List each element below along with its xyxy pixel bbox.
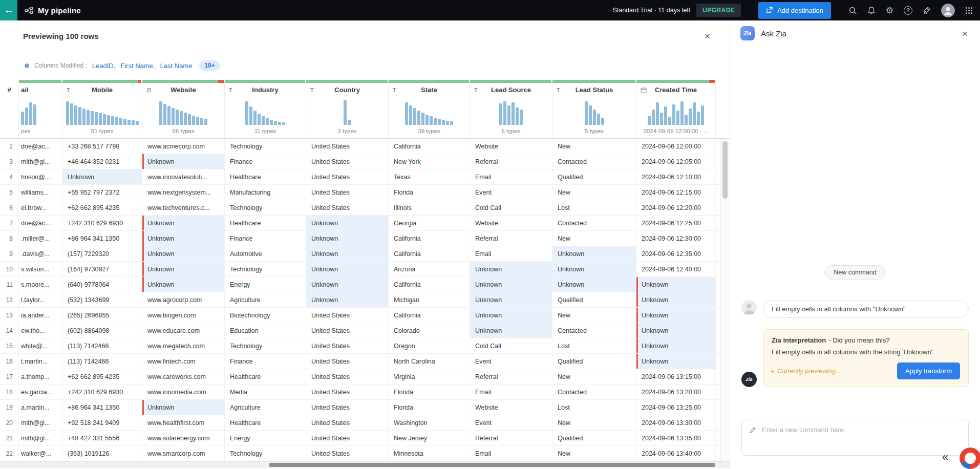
column-header-mobile[interactable]: TMobile81 types [62, 80, 142, 138]
cell-lead_status[interactable]: Lost [552, 200, 636, 215]
cell-lead_source[interactable]: Referral [470, 431, 552, 445]
cell-state[interactable]: Washington [389, 415, 470, 430]
cell-lead_status[interactable]: New [552, 185, 636, 200]
modified-column-link-firstname[interactable]: First Name, [120, 62, 155, 70]
cell-mobile[interactable]: +62 662 895 4235 [62, 369, 142, 384]
close-zia-panel-icon[interactable]: × [962, 29, 968, 38]
cell-website[interactable]: www.careworks.com [142, 369, 225, 384]
cell-mobile[interactable]: +86 964 341 1350 [62, 231, 142, 246]
cell-email[interactable]: .davis@... [19, 246, 62, 261]
cell-created_time[interactable]: 2024-09-06 12:30:00 [636, 231, 716, 246]
cell-email[interactable]: mith@gl... [19, 431, 62, 445]
cell-lead_source[interactable]: Unknown [470, 308, 552, 323]
cell-lead_status[interactable]: New [552, 369, 636, 384]
column-histogram-website[interactable] [142, 97, 224, 125]
cell-created_time[interactable]: 2024-09-06 12:20:00 [636, 200, 716, 215]
cell-email[interactable]: ia.ander... [19, 308, 62, 323]
cell-created_time[interactable]: Unknown [636, 354, 716, 369]
cell-website[interactable]: www.nextgensystem... [142, 185, 225, 200]
cell-website[interactable]: www.smartcorp.com [142, 446, 225, 461]
column-header-created_time[interactable]: Created Time2024-09-06 12:00:00 - ... [636, 80, 716, 138]
cell-lead_source[interactable]: Cold Call [470, 338, 552, 353]
cell-industry[interactable]: Technology [225, 139, 306, 154]
cell-lead_status[interactable]: Unknown [552, 246, 636, 261]
cell-industry[interactable]: Finance [225, 354, 306, 369]
cell-email[interactable]: ew.tho... [19, 323, 62, 338]
column-header-country[interactable]: TCountry2 types [306, 80, 389, 138]
cell-created_time[interactable]: 2024-09-06 13:35:00 [636, 431, 716, 445]
cell-created_time[interactable]: 2024-09-06 13:25:00 [636, 400, 716, 415]
cell-lead_source[interactable]: Unknown [470, 277, 552, 292]
cell-email[interactable]: mith@gl... [19, 154, 62, 169]
cell-lead_status[interactable]: Unknown [552, 277, 636, 292]
modified-more-badge[interactable]: 10+ [199, 60, 220, 71]
cell-website[interactable]: Unknown [142, 246, 225, 261]
column-histogram-mobile[interactable] [62, 97, 142, 125]
column-histogram-country[interactable] [306, 97, 388, 125]
cell-country[interactable]: United States [306, 385, 389, 399]
column-histogram-lead_status[interactable] [552, 97, 636, 125]
cell-created_time[interactable]: Unknown [636, 323, 716, 338]
modified-column-link-lastname[interactable]: Last Name [160, 62, 192, 70]
cell-mobile[interactable]: (602) 8864098 [62, 323, 142, 338]
vertical-scrollbar[interactable] [720, 139, 730, 461]
cell-state[interactable]: New Jersey [389, 431, 470, 445]
cell-created_time[interactable]: 2024-09-06 13:15:00 [636, 369, 716, 384]
cell-lead_source[interactable]: Email [470, 385, 552, 399]
cell-country[interactable]: United States [306, 200, 389, 215]
apps-grid-icon[interactable] [965, 7, 973, 14]
cell-country[interactable]: Unknown [306, 277, 389, 292]
column-header-lead_source[interactable]: TLead Source6 types [470, 80, 552, 138]
cell-industry[interactable]: Healthcare [225, 369, 306, 384]
cell-country[interactable]: United States [306, 400, 389, 415]
cell-country[interactable]: United States [306, 169, 389, 184]
cell-lead_source[interactable]: Unknown [470, 292, 552, 307]
cell-created_time[interactable]: 2024-09-06 13:40:00 [636, 446, 716, 461]
back-button[interactable]: ← [0, 0, 17, 20]
cell-state[interactable]: Colorado [389, 323, 470, 338]
cell-email[interactable]: a.martin... [19, 400, 62, 415]
cell-lead_status[interactable]: Qualified [552, 431, 636, 445]
cell-lead_source[interactable]: Website [470, 400, 552, 415]
cell-mobile[interactable]: (164) 9730927 [62, 262, 142, 276]
apply-transform-button[interactable]: Apply transform [897, 363, 960, 379]
cell-country[interactable]: United States [306, 431, 389, 445]
cell-email[interactable]: t.martin... [19, 354, 62, 369]
cell-email[interactable]: doe@ac... [19, 139, 62, 154]
cell-industry[interactable]: Technology [225, 262, 306, 276]
cell-lead_source[interactable]: Email [470, 169, 552, 184]
cell-website[interactable]: www.fintech.com [142, 354, 225, 369]
cell-website[interactable]: www.acmecorp.com [142, 139, 225, 154]
cell-lead_status[interactable]: New [552, 139, 636, 154]
command-input-box[interactable] [741, 419, 969, 456]
cell-mobile[interactable]: (532) 1343699 [62, 292, 142, 307]
cell-email[interactable]: es.garcia... [19, 385, 62, 399]
cell-state[interactable]: Arizona [389, 262, 470, 276]
horizontal-scrollbar[interactable] [0, 461, 730, 468]
cell-website[interactable]: Unknown [142, 400, 225, 415]
column-header-industry[interactable]: TIndustry11 types [225, 80, 306, 138]
cell-created_time[interactable]: 2024-09-06 13:20:00 [636, 385, 716, 399]
cell-country[interactable]: United States [306, 323, 389, 338]
cell-industry[interactable]: Media [225, 385, 306, 399]
modified-column-link-leadid[interactable]: LeadID, [92, 62, 116, 70]
cell-email[interactable]: el.brow... [19, 200, 62, 215]
cell-email[interactable]: s.wilson... [19, 262, 62, 276]
cell-industry[interactable]: Agriculture [225, 292, 306, 307]
cell-industry[interactable]: Healthcare [225, 216, 306, 230]
cell-mobile[interactable]: (157) 7229320 [62, 246, 142, 261]
user-avatar[interactable] [941, 4, 955, 17]
cell-country[interactable]: Unknown [306, 231, 389, 246]
cell-mobile[interactable]: +55 952 797 2372 [62, 185, 142, 200]
cell-lead_status[interactable]: Qualified [552, 354, 636, 369]
column-header-state[interactable]: TState39 types [389, 80, 470, 138]
cell-lead_status[interactable]: Qualified [552, 169, 636, 184]
cell-state[interactable]: North Carolina [389, 354, 470, 369]
cell-email[interactable]: walker@... [19, 446, 62, 461]
cell-created_time[interactable]: 2024-09-06 12:25:00 [636, 216, 716, 230]
column-header-lead_status[interactable]: TLead Status5 types [552, 80, 636, 138]
cell-website[interactable]: www.solarenergy.com [142, 431, 225, 445]
cell-lead_status[interactable]: Qualified [552, 292, 636, 307]
cell-lead_source[interactable]: Cold Call [470, 200, 552, 215]
cell-state[interactable]: California [389, 277, 470, 292]
